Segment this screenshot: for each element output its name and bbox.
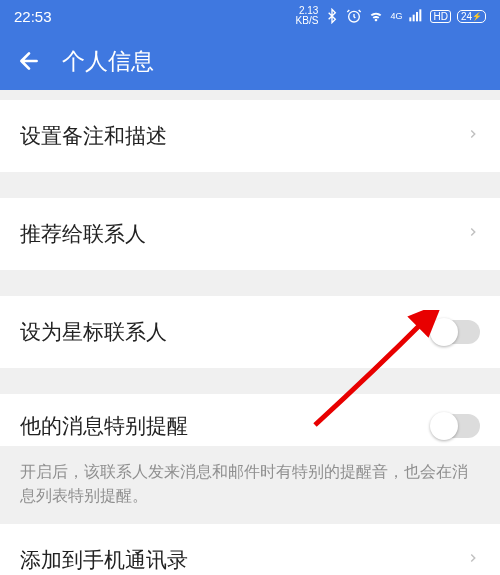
- arrow-left-icon: [16, 48, 42, 74]
- network-4g-icon: 4G: [390, 12, 402, 21]
- signal-icon: [408, 8, 424, 24]
- chevron-right-icon: [466, 221, 480, 247]
- toggle-knob: [430, 318, 458, 346]
- star-contact-toggle[interactable]: [432, 320, 480, 344]
- bluetooth-icon: [324, 8, 340, 24]
- row-recommend-contact[interactable]: 推荐给联系人: [0, 198, 500, 270]
- row-label: 设置备注和描述: [20, 122, 167, 150]
- battery-icon: 24⚡: [457, 10, 486, 23]
- special-notify-description: 开启后，该联系人发来消息和邮件时有特别的提醒音，也会在消息列表特别提醒。: [0, 446, 500, 524]
- header-bar: 个人信息: [0, 32, 500, 90]
- net-speed: 2.13 KB/S: [296, 6, 319, 26]
- toggle-knob: [430, 412, 458, 440]
- row-star-contact[interactable]: 设为星标联系人: [0, 296, 500, 368]
- status-bar: 22:53 2.13 KB/S 4G HD 24⚡: [0, 0, 500, 32]
- row-add-phonebook[interactable]: 添加到手机通讯录: [0, 524, 500, 575]
- chevron-right-icon: [466, 547, 480, 573]
- back-button[interactable]: [16, 48, 42, 74]
- content-area: 设置备注和描述 推荐给联系人 设为星标联系人 他的消息特别提醒 开启后，该联系人…: [0, 90, 500, 575]
- row-label: 他的消息特别提醒: [20, 412, 188, 440]
- svg-rect-2: [413, 15, 415, 22]
- chevron-right-icon: [466, 123, 480, 149]
- svg-rect-1: [410, 17, 412, 21]
- status-time: 22:53: [14, 8, 52, 25]
- page-title: 个人信息: [62, 46, 154, 77]
- svg-rect-4: [420, 9, 422, 21]
- row-set-remark[interactable]: 设置备注和描述: [0, 100, 500, 172]
- svg-rect-3: [416, 12, 418, 21]
- hd-icon: HD: [430, 10, 450, 23]
- special-notify-toggle[interactable]: [432, 414, 480, 438]
- row-label: 添加到手机通讯录: [20, 546, 188, 574]
- alarm-icon: [346, 8, 362, 24]
- row-label: 推荐给联系人: [20, 220, 146, 248]
- wifi-icon: [368, 8, 384, 24]
- status-right: 2.13 KB/S 4G HD 24⚡: [296, 6, 486, 26]
- row-label: 设为星标联系人: [20, 318, 167, 346]
- row-special-notify[interactable]: 他的消息特别提醒: [0, 394, 500, 446]
